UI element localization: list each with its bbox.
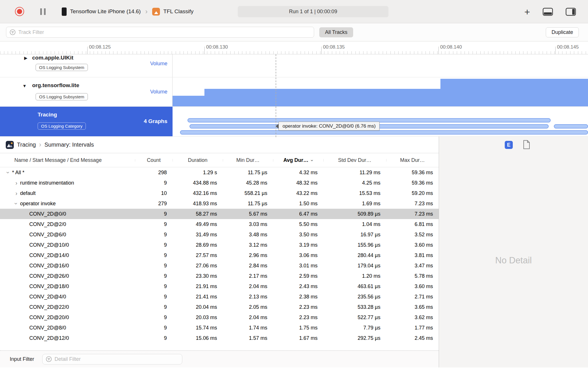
table-row[interactable]: CONV_2D@26/0923.30 ms2.17 ms2.59 ms1.20 … [0, 271, 439, 281]
cell-count: 9 [135, 242, 173, 248]
timeline-ruler[interactable]: 00:08.12500:08.13000:08.13500:08.14000:0… [0, 41, 588, 54]
cell-min: 2.04 ms [223, 283, 273, 290]
table-row[interactable]: CONV_2D@16/0927.06 ms2.84 ms3.01 ms179.0… [0, 260, 439, 271]
cell-duration: 21.41 ms [173, 294, 223, 300]
cell-std: 1.69 ms [323, 201, 386, 207]
toggle-right-panel-button[interactable] [566, 8, 576, 16]
duplicate-button[interactable]: Duplicate [546, 27, 579, 37]
table-row[interactable]: CONV_2D@4/0921.41 ms2.13 ms2.38 ms235.56… [0, 292, 439, 302]
cell-name: CONV_2D@2/0 [0, 221, 135, 227]
pause-button[interactable] [40, 8, 46, 15]
table-row[interactable]: CONV_2D@18/0921.91 ms2.04 ms2.43 ms463.6… [0, 281, 439, 292]
disclosure-open-icon[interactable]: › [13, 201, 19, 207]
cell-min: 45.28 ms [223, 180, 273, 186]
table-row[interactable]: CONV_2D@2/0949.49 ms3.03 ms5.50 ms1.04 m… [0, 219, 439, 229]
target-selector[interactable]: Tensorflow Lite iPhone (14.6) › TFL Clas… [62, 7, 194, 16]
cell-min: 5.67 ms [223, 211, 273, 217]
bottom-bar: Input Filter [0, 350, 439, 367]
record-button[interactable] [15, 7, 24, 16]
cell-min: 2.96 ms [223, 252, 273, 258]
cell-avg: 1.67 ms [273, 335, 323, 341]
interval-capsule[interactable] [554, 124, 588, 129]
table-row[interactable]: CONV_2D@10/0928.69 ms3.12 ms3.19 ms155.9… [0, 240, 439, 250]
column-header-std-dev-dur[interactable]: Std Dev Dur… [323, 157, 386, 163]
table-row[interactable]: CONV_2D@14/0927.57 ms2.96 ms3.06 ms280.4… [0, 250, 439, 260]
cell-count: 9 [135, 273, 173, 279]
table-row[interactable]: ›runtime instrumentation9434.88 ms45.28 … [0, 178, 439, 188]
detail-filter-input[interactable] [55, 356, 179, 362]
track-row-uikit[interactable]: ▶ com.apple.UIKit OS Logging Subsystem V… [0, 54, 588, 77]
pause-icon [40, 8, 42, 15]
cell-avg: 3.19 ms [273, 242, 323, 248]
cell-name: CONV_2D@12/0 [0, 335, 135, 341]
track-head[interactable]: Tracing OS Logging Category 4 Graphs [0, 107, 173, 136]
cell-std: 11.29 ms [323, 170, 386, 176]
row-name-label: CONV_2D@10/0 [29, 242, 69, 248]
bottom-panel-icon [543, 8, 553, 16]
column-header-avg-dur[interactable]: Avg Dur…› [273, 157, 323, 163]
table-row[interactable]: CONV_2D@22/0920.04 ms2.05 ms2.23 ms533.2… [0, 302, 439, 312]
ruler-major-tick: 00:08.140 [438, 47, 439, 54]
toggle-bottom-panel-button[interactable] [543, 8, 553, 16]
disclosure-collapsed-icon[interactable]: ▶ [24, 55, 28, 61]
ruler-major-tick: 00:08.125 [87, 47, 88, 54]
cell-std: 509.89 µs [323, 211, 386, 217]
table-row[interactable]: CONV_2D@8/0915.74 ms1.74 ms1.75 ms7.79 µ… [0, 323, 439, 333]
detail-filter-field[interactable] [42, 354, 182, 365]
table-row[interactable]: ›operator invoke279418.93 ms11.75 µs1.50… [0, 198, 439, 209]
table-row[interactable]: ›* All *2981.29 s11.75 µs4.32 ms11.29 ms… [0, 167, 439, 178]
track-row-tracing[interactable]: Tracing OS Logging Category 4 Graphs ope… [0, 107, 588, 137]
cell-count: 10 [135, 190, 173, 196]
table-row[interactable]: CONV_2D@0/0958.27 ms5.67 ms6.47 ms509.89… [0, 209, 439, 219]
disclosure-expanded-icon[interactable]: ▼ [22, 83, 27, 88]
filter-icon [9, 29, 16, 35]
row-name-label: runtime instrumentation [20, 180, 74, 186]
track-head[interactable]: ▶ com.apple.UIKit OS Logging Subsystem V… [0, 54, 173, 77]
interval-tooltip-text: operator invoke: CONV_2D@0/0 (6.76 ms) [283, 123, 376, 129]
run-info-button[interactable] [523, 140, 530, 150]
disclosure-closed-icon[interactable]: › [13, 190, 20, 196]
table-row[interactable]: CONV_2D@6/0931.49 ms3.48 ms3.50 ms16.97 … [0, 229, 439, 240]
track-filter-input[interactable] [18, 29, 311, 35]
column-header-label: Duration [188, 157, 207, 163]
tracing-graph[interactable]: operator invoke: CONV_2D@0/0 (6.76 ms) [173, 107, 588, 136]
add-instrument-button[interactable]: + [524, 7, 530, 17]
interval-capsule[interactable] [180, 130, 588, 135]
breadcrumb-page[interactable]: Summary: Intervals [45, 141, 94, 148]
table-row[interactable]: CONV_2D@20/0920.03 ms2.04 ms2.23 ms522.7… [0, 312, 439, 323]
input-filter-label[interactable]: Input Filter [10, 356, 34, 362]
cell-duration: 28.69 ms [173, 242, 223, 248]
cell-min: 2.84 ms [223, 263, 273, 269]
column-header-name[interactable]: Name / Start Message / End Message [0, 157, 135, 163]
cell-std: 179.04 µs [323, 263, 386, 269]
cell-count: 9 [135, 252, 173, 258]
all-tracks-button[interactable]: All Tracks [319, 27, 353, 37]
disclosure-open-icon[interactable]: › [5, 170, 11, 176]
volume-graph[interactable] [173, 77, 588, 106]
column-header-min-dur[interactable]: Min Dur… [223, 157, 273, 163]
extended-detail-icon[interactable]: E [505, 141, 513, 149]
column-header-max-dur[interactable]: Max Dur… [386, 157, 439, 163]
column-header-label: Min Dur… [236, 157, 260, 163]
track-name: com.apple.UIKit [32, 55, 74, 61]
column-header-duration[interactable]: Duration [173, 157, 223, 163]
table-row[interactable]: CONV_2D@12/0915.06 ms1.57 ms1.67 ms292.7… [0, 333, 439, 343]
iphone-icon [62, 7, 67, 16]
cell-name: ›runtime instrumentation [0, 180, 135, 186]
uikit-graph[interactable] [173, 54, 588, 77]
cell-duration: 49.49 ms [173, 221, 223, 227]
disclosure-closed-icon[interactable]: › [13, 180, 20, 186]
column-header-count[interactable]: Count [135, 157, 173, 163]
row-name-label: CONV_2D@4/0 [29, 294, 66, 300]
track-filter-field[interactable] [6, 27, 314, 38]
cell-std: 7.79 µs [323, 325, 386, 331]
track-head[interactable]: ▼ org.tensorflow.lite OS Logging Subsyst… [0, 77, 173, 106]
cell-std: 522.77 µs [323, 315, 386, 321]
cell-count: 9 [135, 304, 173, 310]
cell-name: CONV_2D@10/0 [0, 242, 135, 248]
track-row-tensorflow[interactable]: ▼ org.tensorflow.lite OS Logging Subsyst… [0, 77, 588, 107]
cell-count: 9 [135, 221, 173, 227]
table-row[interactable]: ›default10432.16 ms558.21 µs43.22 ms15.5… [0, 188, 439, 198]
cell-duration: 15.06 ms [173, 335, 223, 341]
breadcrumb-root[interactable]: Tracing [17, 141, 36, 148]
